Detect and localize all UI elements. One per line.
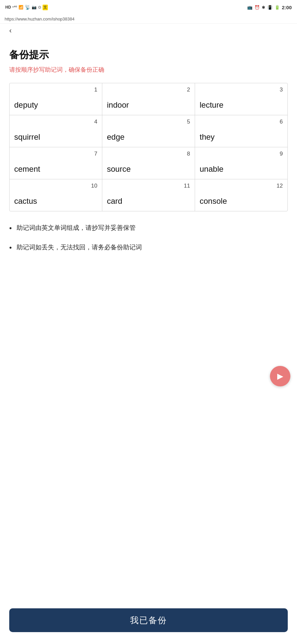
bluetooth-icon: ✱ xyxy=(262,5,265,10)
cell-word: unable xyxy=(200,163,283,174)
grid-cell: 7cement xyxy=(10,147,102,179)
cell-number: 3 xyxy=(200,87,283,93)
cell-number: 6 xyxy=(200,119,283,125)
cell-word: deputy xyxy=(14,99,97,110)
cell-number: 11 xyxy=(107,183,190,189)
cell-word: squirrel xyxy=(14,131,97,142)
cell-word: lecture xyxy=(200,99,283,110)
grid-cell: 4squirrel xyxy=(10,115,102,147)
cell-number: 12 xyxy=(200,183,283,189)
back-arrow-icon[interactable]: ‹ xyxy=(9,26,12,35)
cell-word: cactus xyxy=(14,195,97,206)
url-text: https://www.huzhan.com/ishop38384 xyxy=(5,17,75,21)
grid-row: 4squirrel5edge6they xyxy=(10,115,287,147)
battery-icon: 🔋 xyxy=(275,5,280,10)
camera-icon: 📷 xyxy=(32,5,37,10)
grid-cell: 11card xyxy=(102,179,195,211)
video-icon: ▶ xyxy=(277,372,283,381)
grid-cell: 8source xyxy=(102,147,195,179)
status-time: 2:00 xyxy=(282,5,292,10)
bullet-text: 助记词由英文单词组成，请抄写并妥善保管 xyxy=(16,223,136,233)
cell-number: 5 xyxy=(107,119,190,125)
bottom-bar: 我已备份 xyxy=(9,608,288,632)
grid-cell: 1deputy xyxy=(10,83,102,115)
bullet-list: •助记词由英文单词组成，请抄写并妥善保管•助记词如丢失，无法找回，请务必备份助记… xyxy=(9,223,288,253)
main-content: 备份提示 请按顺序抄写助记词，确保备份正确 1deputy2indoor3lec… xyxy=(0,38,297,644)
list-item: •助记词如丢失，无法找回，请务必备份助记词 xyxy=(9,243,288,253)
cell-word: cement xyxy=(14,163,97,174)
grid-row: 1deputy2indoor3lecture xyxy=(10,83,287,115)
status-right: 📺 ⏰ ✱ 📳 🔋 2:00 xyxy=(247,5,292,10)
float-video-button[interactable]: ▶ xyxy=(270,366,290,386)
status-left: HD ⁿ⁴⁶ 📶 📡 📷 ⊙ 支 xyxy=(5,5,48,10)
grid-row: 10cactus11card12console xyxy=(10,179,287,211)
pay-icon: 支 xyxy=(43,5,48,10)
cell-number: 4 xyxy=(14,119,97,125)
bars-icon: 📶 xyxy=(18,5,23,10)
subtitle: 请按顺序抄写助记词，确保备份正确 xyxy=(9,66,288,74)
grid-cell: 3lecture xyxy=(195,83,287,115)
back-nav[interactable]: ‹ xyxy=(0,24,297,38)
word-grid: 1deputy2indoor3lecture4squirrel5edge6the… xyxy=(9,83,288,211)
url-bar: https://www.huzhan.com/ishop38384 xyxy=(0,15,297,24)
vibrate-icon: 📳 xyxy=(267,5,273,10)
cell-number: 9 xyxy=(200,151,283,157)
cell-word: indoor xyxy=(107,99,190,110)
cell-word: card xyxy=(107,195,190,206)
status-bar: HD ⁿ⁴⁶ 📶 📡 📷 ⊙ 支 📺 ⏰ ✱ 📳 🔋 2:00 xyxy=(0,0,297,15)
cast-icon: 📺 xyxy=(247,5,252,10)
page-title: 备份提示 xyxy=(9,48,288,62)
bullet-dot: • xyxy=(9,243,12,253)
bullet-text: 助记词如丢失，无法找回，请务必备份助记词 xyxy=(16,243,142,252)
confirm-backup-button[interactable]: 我已备份 xyxy=(9,608,288,632)
grid-cell: 6they xyxy=(195,115,287,147)
cell-number: 2 xyxy=(107,87,190,93)
cell-word: they xyxy=(200,131,283,142)
grid-cell: 10cactus xyxy=(10,179,102,211)
cell-word: source xyxy=(107,163,190,174)
list-item: •助记词由英文单词组成，请抄写并妥善保管 xyxy=(9,223,288,233)
bullet-dot: • xyxy=(9,223,12,233)
grid-cell: 9unable xyxy=(195,147,287,179)
cell-number: 8 xyxy=(107,151,190,157)
alarm-icon: ⏰ xyxy=(254,5,260,10)
cell-word: edge xyxy=(107,131,190,142)
cell-number: 10 xyxy=(14,183,97,189)
grid-cell: 12console xyxy=(195,179,287,211)
record-icon: ⊙ xyxy=(38,5,41,10)
grid-cell: 5edge xyxy=(102,115,195,147)
signal-icon: ⁿ⁴⁶ xyxy=(12,5,17,10)
cell-word: console xyxy=(200,195,283,206)
wifi-icon: 📡 xyxy=(25,5,30,10)
hd-icon: HD xyxy=(5,5,11,10)
cell-number: 7 xyxy=(14,151,97,157)
grid-row: 7cement8source9unable xyxy=(10,147,287,179)
grid-cell: 2indoor xyxy=(102,83,195,115)
cell-number: 1 xyxy=(14,87,97,93)
